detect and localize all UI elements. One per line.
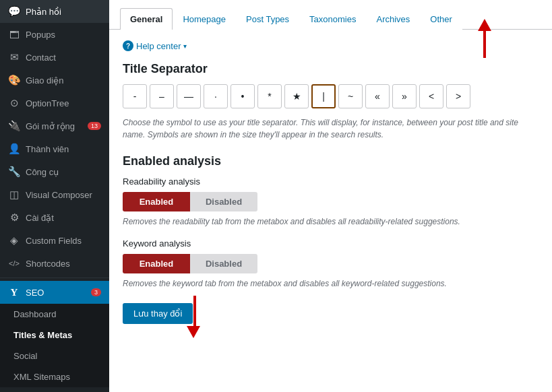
sep-btn-star[interactable]: ★ xyxy=(284,84,309,108)
help-icon: ? xyxy=(123,40,133,51)
title-separator-section: Title Separator - – — · • * ★ | ~ « » < xyxy=(123,62,539,141)
sidebar-item-giao-dien[interactable]: 🎨 Giao diện xyxy=(0,69,109,92)
goi-mo-rong-badge: 13 xyxy=(88,122,101,130)
keyword-help-text: Removes the keyword tab from the metabox… xyxy=(123,277,539,290)
shortcodes-icon: </> xyxy=(8,257,20,269)
sep-btn-gt[interactable]: > xyxy=(446,84,470,108)
separator-help-text: Choose the symbol to use as your title s… xyxy=(123,117,539,141)
title-separator-heading: Title Separator xyxy=(123,62,539,76)
sidebar-item-label: Cài đặt xyxy=(26,213,54,223)
sidebar-item-label: Thành viên xyxy=(26,144,69,154)
sidebar-submenu: Dashboard Titles & Metas Social XML Site… xyxy=(0,304,109,387)
cong-cu-icon: 🔧 xyxy=(8,166,20,178)
optiontree-icon: ⊙ xyxy=(8,97,20,109)
readability-label: Readability analysis xyxy=(123,176,539,187)
sidebar-item-label: Custom Fields xyxy=(26,236,82,246)
readability-disabled-btn[interactable]: Disabled xyxy=(190,192,257,211)
sidebar-item-label: Giao diện xyxy=(26,75,63,86)
tab-other[interactable]: Other xyxy=(420,8,462,30)
sidebar-item-optiontree[interactable]: ⊙ OptionTree xyxy=(0,92,109,115)
sidebar-item-label: Phản hồi xyxy=(26,7,61,17)
readability-help-text: Removes the readability tab from the met… xyxy=(123,216,539,228)
content-wrap: General Homepage Post Types Taxonomies A… xyxy=(109,0,552,392)
sidebar-item-custom-fields[interactable]: ◈ Custom Fields xyxy=(0,229,109,252)
sidebar: 💬 Phản hồi 🗔 Popups ✉ Contact 🎨 Giao diệ… xyxy=(0,0,109,392)
seo-badge: 3 xyxy=(91,288,101,296)
tab-post-types[interactable]: Post Types xyxy=(236,8,299,30)
save-button[interactable]: Lưu thay đổi xyxy=(123,303,193,324)
sep-btn-asterisk[interactable]: * xyxy=(257,84,282,108)
help-center-chevron: ▾ xyxy=(183,42,187,50)
enabled-analysis-section: Enabled analysis Readability analysis En… xyxy=(123,154,539,290)
sidebar-item-popups[interactable]: 🗔 Popups xyxy=(0,23,109,46)
sidebar-item-seo[interactable]: Y SEO 3 xyxy=(0,281,109,304)
thanh-vien-icon: 👤 xyxy=(8,143,20,155)
sep-btn-lt[interactable]: < xyxy=(419,84,443,108)
sep-btn-em-dash[interactable]: — xyxy=(177,84,201,108)
sidebar-item-contact[interactable]: ✉ Contact xyxy=(0,46,109,69)
help-center-label: Help center xyxy=(136,41,181,51)
sidebar-item-label: SEO xyxy=(26,288,44,298)
sep-btn-en-dash[interactable]: – xyxy=(150,84,174,108)
sep-btn-raquo[interactable]: » xyxy=(392,84,417,108)
sidebar-item-shortcodes[interactable]: </> Shortcodes xyxy=(0,252,109,275)
main-content: General Homepage Post Types Taxonomies A… xyxy=(109,0,552,392)
help-center[interactable]: ? Help center ▾ xyxy=(123,40,539,51)
sep-btn-hyphen[interactable]: - xyxy=(123,84,147,108)
sidebar-item-cong-cu[interactable]: 🔧 Công cụ xyxy=(0,160,109,183)
sidebar-item-label: Visual Composer xyxy=(26,190,92,200)
readability-toggle: Enabled Disabled xyxy=(123,192,257,211)
tabs-bar: General Homepage Post Types Taxonomies A… xyxy=(109,0,552,30)
sidebar-item-label: Contact xyxy=(26,53,56,63)
sidebar-item-label: Công cụ xyxy=(26,167,59,177)
submenu-item-label: Dashboard xyxy=(13,309,57,319)
sidebar-item-thanh-vien[interactable]: 👤 Thành viên xyxy=(0,137,109,160)
keyword-enabled-btn[interactable]: Enabled xyxy=(123,254,190,273)
tab-homepage[interactable]: Homepage xyxy=(173,8,236,30)
giao-dien-icon: 🎨 xyxy=(8,74,20,86)
sep-btn-laquo[interactable]: « xyxy=(365,84,390,108)
tab-archives[interactable]: Archives xyxy=(366,8,420,30)
submenu-item-xml-sitemaps[interactable]: XML Sitemaps xyxy=(0,366,109,387)
content-inner: ? Help center ▾ Title Separator - – — · … xyxy=(109,30,552,388)
phan-hoi-icon: 💬 xyxy=(8,5,20,18)
sidebar-item-label: Gói mở rộng xyxy=(26,121,75,131)
submenu-item-social[interactable]: Social xyxy=(0,346,109,366)
popups-icon: 🗔 xyxy=(8,28,20,40)
sidebar-divider xyxy=(0,277,109,278)
sep-btn-dot[interactable]: · xyxy=(204,84,228,108)
sidebar-item-visual-composer[interactable]: ◫ Visual Composer xyxy=(0,183,109,206)
submenu-item-label: XML Sitemaps xyxy=(13,372,70,382)
sep-btn-bullet[interactable]: • xyxy=(231,84,255,108)
keyword-label: Keyword analysis xyxy=(123,238,539,249)
sidebar-item-goi-mo-rong[interactable]: 🔌 Gói mở rộng 13 xyxy=(0,115,109,137)
submenu-item-label: Social xyxy=(13,351,37,361)
readability-enabled-btn[interactable]: Enabled xyxy=(123,192,190,211)
visual-composer-icon: ◫ xyxy=(8,189,20,201)
tab-general[interactable]: General xyxy=(120,8,173,30)
cai-dat-icon: ⚙ xyxy=(8,211,20,224)
enabled-analysis-heading: Enabled analysis xyxy=(123,154,539,168)
submenu-item-dashboard[interactable]: Dashboard xyxy=(0,304,109,325)
sidebar-item-phan-hoi[interactable]: 💬 Phản hồi xyxy=(0,0,109,23)
sidebar-item-label: Shortcodes xyxy=(26,259,70,269)
seo-icon: Y xyxy=(8,286,20,298)
goi-mo-rong-icon: 🔌 xyxy=(8,120,20,132)
tab-taxonomies[interactable]: Taxonomies xyxy=(299,8,366,30)
contact-icon: ✉ xyxy=(8,51,20,63)
sep-btn-pipe[interactable]: | xyxy=(311,84,336,108)
sidebar-item-label: Popups xyxy=(26,30,55,40)
sidebar-item-cai-dat[interactable]: ⚙ Cài đặt xyxy=(0,206,109,229)
submenu-item-titles-metas[interactable]: Titles & Metas xyxy=(0,325,109,346)
keyword-disabled-btn[interactable]: Disabled xyxy=(190,254,257,273)
sidebar-item-label: OptionTree xyxy=(26,98,69,108)
custom-fields-icon: ◈ xyxy=(8,234,20,247)
separator-buttons: - – — · • * ★ | ~ « » < > xyxy=(123,84,539,108)
keyword-toggle: Enabled Disabled xyxy=(123,254,257,273)
submenu-item-label: Titles & Metas xyxy=(13,330,72,340)
sep-btn-tilde[interactable]: ~ xyxy=(338,84,363,108)
